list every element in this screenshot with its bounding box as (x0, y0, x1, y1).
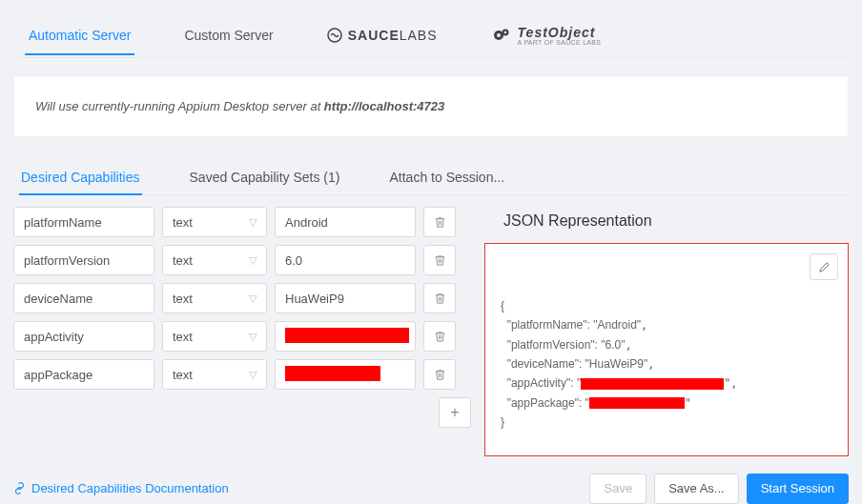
cap-name-input[interactable] (13, 207, 154, 237)
cap-name-input[interactable] (13, 321, 154, 352)
start-session-button[interactable]: Start Session (747, 474, 849, 504)
capability-row: text▽ (13, 321, 471, 352)
server-url: http://localhost:4723 (324, 99, 444, 113)
tab-saucelabs[interactable]: SAUCELABS (323, 14, 441, 54)
capability-row: text▽ (13, 359, 471, 390)
capability-row: text▽ (13, 207, 471, 237)
delete-capability-button[interactable] (423, 321, 456, 352)
cap-type-select[interactable]: text▽ (162, 245, 267, 275)
testobject-gear-icon (491, 25, 512, 46)
testobject-sublabel: A PART OF SAUCE LABS (518, 39, 602, 46)
save-as-button[interactable]: Save As... (654, 474, 739, 504)
delete-capability-button[interactable] (423, 245, 456, 275)
tab-automatic-server[interactable]: Automatic Server (25, 14, 134, 54)
chevron-down-icon: ▽ (249, 369, 257, 381)
link-icon (13, 482, 26, 494)
json-title: JSON Representation (503, 212, 849, 230)
chevron-down-icon: ▽ (249, 292, 257, 305)
cap-name-input[interactable] (13, 245, 154, 275)
trash-icon (434, 254, 446, 267)
saucelabs-label: SAUCELABS (348, 28, 438, 43)
desired-capabilities-doc-link[interactable]: Desired Capabilities Documentation (13, 481, 229, 495)
chevron-down-icon: ▽ (249, 254, 257, 267)
add-capability-button[interactable]: + (439, 397, 471, 428)
delete-capability-button[interactable] (423, 359, 456, 390)
saucelabs-icon (327, 28, 342, 43)
capability-row: text▽ (13, 283, 471, 313)
cap-value-input[interactable] (275, 359, 416, 390)
server-info-banner: Will use currently-running Appium Deskto… (13, 75, 849, 137)
trash-icon (434, 216, 446, 229)
redacted-value (285, 366, 380, 381)
cap-value-input[interactable] (275, 245, 416, 275)
tab-desired-capabilities[interactable]: Desired Capabilities (19, 160, 142, 194)
tab-saved-capability-sets[interactable]: Saved Capability Sets (1) (188, 160, 342, 194)
pencil-icon (818, 261, 831, 273)
redacted-json-value (581, 378, 724, 390)
tab-custom-server[interactable]: Custom Server (180, 14, 277, 54)
trash-icon (434, 292, 446, 305)
testobject-label: TestObject (518, 26, 602, 39)
trash-icon (434, 369, 446, 381)
cap-value-input[interactable] (275, 207, 416, 237)
cap-value-input[interactable] (275, 283, 416, 313)
plus-icon: + (450, 404, 459, 421)
capability-row: text▽ (13, 245, 471, 275)
cap-name-input[interactable] (13, 359, 154, 390)
server-tabs: Automatic Server Custom Server SAUCELABS… (13, 11, 849, 58)
trash-icon (434, 331, 446, 343)
tab-testobject[interactable]: TestObject A PART OF SAUCE LABS (487, 11, 605, 57)
save-button[interactable]: Save (589, 474, 646, 504)
cap-value-input[interactable] (275, 321, 416, 352)
cap-type-select[interactable]: text▽ (162, 359, 267, 390)
svg-point-4 (503, 31, 506, 34)
cap-type-select[interactable]: text▽ (162, 207, 267, 237)
edit-json-button[interactable] (810, 253, 838, 280)
footer-bar: Desired Capabilities Documentation Save … (13, 474, 849, 504)
redacted-value (285, 328, 409, 343)
json-representation-panel: JSON Representation { "platformName": "A… (484, 207, 849, 456)
redacted-json-value (589, 397, 685, 409)
capability-tabs: Desired Capabilities Saved Capability Se… (13, 160, 849, 195)
json-box: { "platformName": "Android", "platformVe… (484, 243, 849, 456)
cap-type-select[interactable]: text▽ (162, 321, 267, 352)
delete-capability-button[interactable] (423, 207, 456, 237)
cap-name-input[interactable] (13, 283, 154, 313)
delete-capability-button[interactable] (423, 283, 456, 313)
cap-type-select[interactable]: text▽ (162, 283, 267, 313)
svg-point-2 (497, 33, 501, 37)
capabilities-editor: text▽ text▽ text▽ text▽ text▽ (13, 207, 471, 428)
chevron-down-icon: ▽ (249, 216, 257, 229)
tab-attach-to-session[interactable]: Attach to Session... (387, 160, 506, 194)
chevron-down-icon: ▽ (249, 331, 257, 343)
